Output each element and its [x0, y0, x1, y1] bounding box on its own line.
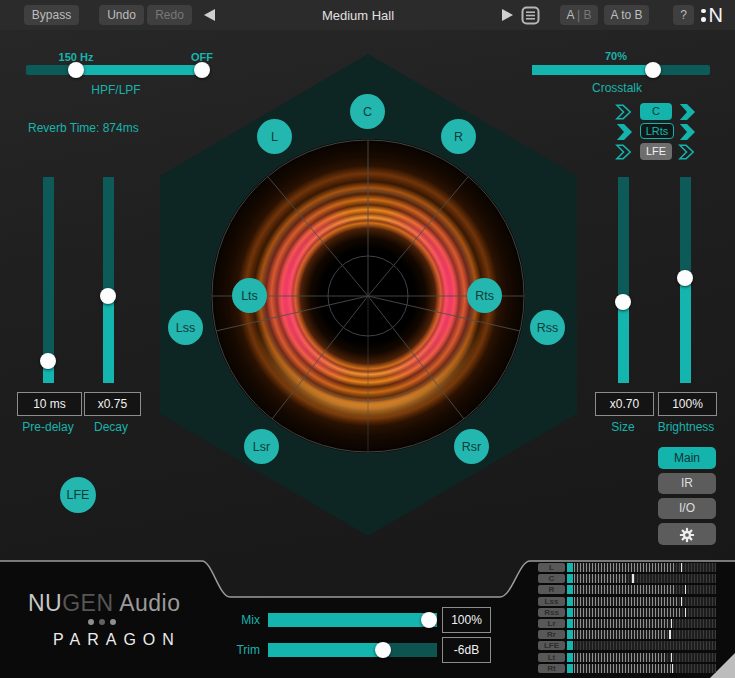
- meter-row: Lr: [538, 619, 720, 628]
- meter-channel-label: L: [538, 563, 565, 572]
- channel-node-rts[interactable]: Rts: [467, 278, 502, 313]
- mix-slider[interactable]: [268, 613, 437, 627]
- meter-input-segment: [567, 641, 573, 650]
- meter-peak-marker: [669, 630, 671, 639]
- meter-channel-label: Rt: [538, 664, 565, 673]
- meter-level-fill: [574, 653, 666, 662]
- brand-nu: NU: [28, 590, 62, 616]
- predelay-value[interactable]: 10 ms: [17, 392, 82, 416]
- product-name: PARAGON: [53, 631, 181, 649]
- meter-channel-label: Lt: [538, 653, 565, 662]
- channel-node-rsr[interactable]: Rsr: [454, 429, 489, 464]
- meter-level-fill: [574, 585, 675, 594]
- decay-label: Decay: [94, 420, 128, 434]
- hpf-handle[interactable]: [68, 62, 84, 78]
- channel-node-lts[interactable]: Lts: [232, 278, 267, 313]
- brand-audio: Audio: [114, 590, 181, 616]
- mix-handle[interactable]: [421, 612, 437, 628]
- decay-slider[interactable]: [103, 177, 114, 383]
- hpf-lpf-slider[interactable]: [26, 65, 207, 75]
- route-out-lfe-chevron-icon[interactable]: [678, 144, 696, 160]
- meter-input-segment: [567, 664, 573, 673]
- route-button-lrts[interactable]: LRts: [640, 123, 674, 139]
- channel-node-l[interactable]: L: [257, 119, 292, 154]
- channel-node-c[interactable]: C: [350, 94, 385, 129]
- meter-bar: [574, 619, 716, 628]
- route-out-lrts-chevron-icon[interactable]: [678, 124, 696, 140]
- lpf-handle[interactable]: [194, 62, 210, 78]
- gear-icon: [679, 527, 695, 543]
- meter-input-segment: [567, 653, 573, 662]
- meter-row: C: [538, 574, 720, 583]
- meter-bar: [574, 597, 716, 606]
- route-button-lfe[interactable]: LFE: [640, 143, 672, 160]
- meter-row: Rss: [538, 608, 720, 617]
- paragon-plugin-window: Bypass Undo Redo Medium Hall A | B A to …: [0, 0, 735, 678]
- meter-row: Lt: [538, 653, 720, 662]
- channel-node-lsr[interactable]: Lsr: [244, 429, 279, 464]
- crosstalk-value: 70%: [605, 50, 627, 62]
- meter-input-segment: [567, 608, 573, 617]
- mix-value[interactable]: 100%: [442, 607, 491, 633]
- trim-handle[interactable]: [375, 642, 391, 658]
- meter-bar: [574, 641, 716, 650]
- meter-input-segment: [567, 563, 573, 572]
- meter-row: R: [538, 585, 720, 594]
- channel-node-rss[interactable]: Rss: [530, 310, 565, 345]
- size-handle[interactable]: [615, 294, 631, 310]
- meter-bar: [574, 630, 716, 639]
- trim-value[interactable]: -6dB: [442, 637, 491, 663]
- hpf-lpf-label: HPF/LPF: [91, 83, 140, 97]
- mix-label: Mix: [210, 613, 260, 627]
- decay-handle[interactable]: [100, 288, 116, 304]
- size-slider[interactable]: [618, 177, 629, 383]
- meter-channel-label: Rss: [538, 608, 565, 617]
- channel-node-lss[interactable]: Lss: [168, 310, 203, 345]
- tab-io[interactable]: I/O: [658, 498, 716, 519]
- meter-bar: [574, 653, 716, 662]
- size-value[interactable]: x0.70: [595, 392, 654, 416]
- route-button-c[interactable]: C: [640, 103, 672, 120]
- meter-input-segment: [567, 630, 573, 639]
- channel-node-r[interactable]: R: [441, 119, 476, 154]
- meter-bar: [574, 563, 716, 572]
- brand-dots: [88, 619, 116, 625]
- meter-peak-marker: [685, 608, 687, 617]
- predelay-handle[interactable]: [40, 353, 56, 369]
- channel-node-lfe[interactable]: LFE: [60, 477, 96, 513]
- meter-level-fill: [574, 630, 666, 639]
- brand-wordmark: NUGEN Audio: [28, 590, 181, 617]
- route-in-lrts-chevron-icon[interactable]: [615, 124, 633, 140]
- meter-row: L: [538, 563, 720, 572]
- meter-channel-label: Lss: [538, 597, 565, 606]
- reverb-time-readout: Reverb Time: 874ms: [28, 121, 139, 135]
- size-label: Size: [611, 420, 634, 434]
- route-in-lfe-chevron-icon[interactable]: [615, 144, 633, 160]
- meter-level-fill: [574, 608, 681, 617]
- trim-slider[interactable]: [268, 643, 437, 657]
- decay-value[interactable]: x0.75: [84, 392, 141, 416]
- brightness-handle[interactable]: [677, 270, 693, 286]
- meter-level-fill: [574, 574, 627, 583]
- route-out-c-chevron-icon[interactable]: [678, 104, 696, 120]
- tab-ir[interactable]: IR: [658, 473, 716, 494]
- crosstalk-handle[interactable]: [645, 62, 661, 78]
- meter-channel-label: C: [538, 574, 565, 583]
- tab-main[interactable]: Main: [658, 447, 716, 469]
- brightness-value[interactable]: 100%: [658, 392, 717, 416]
- meter-peak-marker: [681, 597, 683, 606]
- meter-row: LFE: [538, 641, 720, 650]
- meter-peak-marker: [685, 585, 687, 594]
- route-in-c-chevron-icon[interactable]: [615, 104, 633, 120]
- meter-level-fill: [574, 664, 671, 673]
- meter-peak-marker: [671, 653, 673, 662]
- meter-row: Lss: [538, 597, 720, 606]
- meter-list: LCRLssRssLrRrLFELtRt: [538, 563, 720, 673]
- meter-channel-label: R: [538, 585, 565, 594]
- meter-channel-label: Lr: [538, 619, 565, 628]
- trim-label: Trim: [210, 643, 260, 657]
- crosstalk-slider[interactable]: [532, 65, 710, 75]
- settings-button[interactable]: [658, 523, 716, 545]
- meter-channel-label: LFE: [538, 641, 565, 650]
- crosstalk-label: Crosstalk: [592, 81, 642, 95]
